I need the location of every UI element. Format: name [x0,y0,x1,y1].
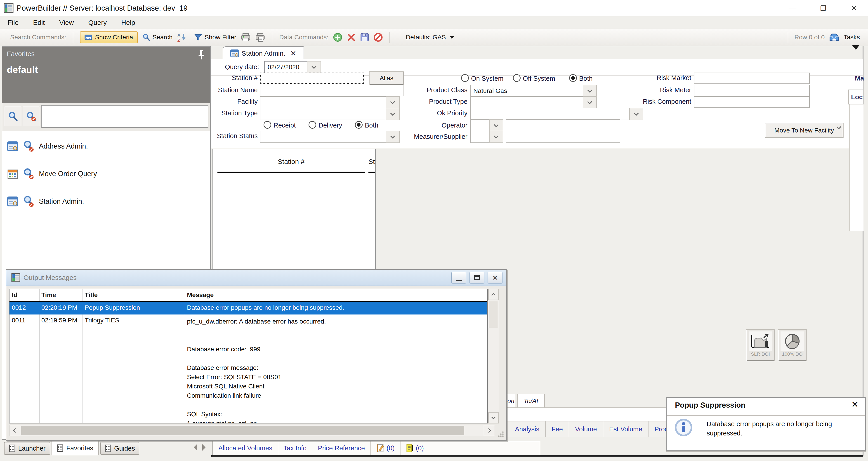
operator-input[interactable] [506,119,620,131]
scroll-right-arrow[interactable] [484,425,495,436]
sort-az-icon[interactable]: AZ [177,33,186,42]
close-button[interactable]: ✕ [844,2,864,14]
tab-analysis[interactable]: Analysis [509,422,546,437]
print-icon[interactable] [241,33,251,42]
tab-tax-info[interactable]: Tax Info [278,441,313,455]
delete-row-icon[interactable] [347,33,355,41]
facility-combo[interactable] [260,96,400,109]
tasks-icon[interactable] [829,33,839,42]
table-row-selected[interactable]: 0012 02:20:19 PM Popup Suppression Datab… [9,302,487,314]
risk-meter-input[interactable] [694,85,810,96]
query-date-combo[interactable]: 02/27/2020 [265,61,321,73]
ok-priority-combo[interactable] [470,108,643,120]
dialog-minimize-button[interactable] [452,272,466,283]
pct-do-button[interactable]: 100% DO [778,330,806,361]
favorites-item-station-admin[interactable]: Station Admin. [2,191,210,212]
col-header-id[interactable]: Id [9,289,39,302]
pin-icon[interactable] [197,50,205,60]
move-to-new-facility-button[interactable]: Move To New Facility [765,123,843,137]
measurer-input[interactable] [506,131,620,143]
tab-station-admin[interactable]: Station Admin. ✕ [223,47,304,60]
both-rd-radio[interactable] [355,121,363,129]
measurer-chevron[interactable] [489,131,503,143]
dialog-titlebar[interactable]: Output Messages ✕ [6,270,506,286]
print-preview-icon[interactable] [255,33,265,42]
menu-help[interactable]: Help [121,19,135,26]
menu-edit[interactable]: Edit [33,19,45,26]
favorites-search-input[interactable] [41,105,209,128]
sub-tab-cut[interactable]: on [506,394,515,408]
off-system-radio[interactable] [513,74,521,82]
tab-list-chevron[interactable] [852,45,860,51]
measurer-combo[interactable] [470,131,503,143]
tab-fee[interactable]: Fee [546,422,569,437]
dock-tab-favorites[interactable]: Favorites [52,441,98,455]
alias-button[interactable]: Alias [370,72,403,85]
dock-scroll-right-arrow[interactable] [201,443,207,451]
favorites-item-address-admin[interactable]: Address Admin. [2,136,210,157]
product-class-chevron[interactable] [583,85,597,97]
favorites-clear-search-button[interactable] [23,106,39,126]
col-header-time[interactable]: Time [39,289,83,302]
col-header-message[interactable]: Message [185,289,487,302]
grid-header-station-number[interactable]: Station # [217,158,365,173]
product-type-combo[interactable] [470,96,597,109]
operator-chevron[interactable] [489,119,503,131]
grid-header-station-name-cut[interactable]: St [368,158,375,173]
product-class-combo[interactable]: Natural Gas [470,85,597,97]
risk-market-input[interactable] [694,72,810,84]
dock-tab-launcher[interactable]: Launcher [4,442,50,455]
station-status-combo[interactable] [260,131,400,143]
dialog-restore-button[interactable] [469,272,485,283]
col-header-title[interactable]: Title [83,289,185,302]
search-button[interactable]: Search [142,33,173,41]
show-filter-button[interactable]: Show Filter [194,34,236,41]
map-link-cut[interactable]: Ma [855,74,864,82]
dialog-close-button[interactable]: ✕ [488,272,502,283]
save-icon[interactable] [360,33,369,42]
operator-combo[interactable] [470,119,503,131]
notification-close-icon[interactable]: ✕ [851,400,859,409]
scrollbar-thumb[interactable] [489,301,498,328]
maximize-button[interactable]: ❐ [814,2,833,14]
menu-view[interactable]: View [59,19,74,26]
scroll-left-arrow[interactable] [9,425,20,436]
tab-sticky-notes[interactable]: (0) [401,441,429,455]
tasks-label[interactable]: Tasks [844,34,860,41]
cancel-changes-icon[interactable] [374,33,383,42]
scroll-up-arrow[interactable] [488,289,499,300]
tab-est-volume[interactable]: Est Volume [603,422,649,437]
product-type-chevron[interactable] [583,96,597,109]
scroll-down-arrow[interactable] [488,412,499,424]
show-criteria-button[interactable]: Show Criteria [80,31,137,43]
insert-row-icon[interactable] [333,33,342,42]
minimize-button[interactable]: — [783,2,802,14]
tab-allocated-volumes[interactable]: Allocated Volumes [213,441,278,455]
both-onoff-radio[interactable] [569,74,577,82]
slr-doi-button[interactable]: SLR DOI [746,330,774,361]
station-name-input[interactable] [260,85,403,96]
risk-component-input[interactable] [694,96,810,107]
tab-close-icon[interactable]: ✕ [290,49,296,58]
dock-scroll-left-arrow[interactable] [193,443,198,451]
query-date-chevron[interactable] [307,61,321,73]
station-number-input[interactable] [260,72,364,84]
on-system-radio[interactable] [461,74,469,82]
delivery-radio[interactable] [309,121,316,129]
station-type-combo[interactable] [260,108,400,120]
combo-chevron-cut[interactable] [836,126,849,139]
tab-volume[interactable]: Volume [569,422,603,437]
tab-price-reference[interactable]: Price Reference [312,441,371,455]
menu-file[interactable]: File [8,19,19,26]
favorites-search-button[interactable] [4,106,21,126]
tab-notes[interactable]: (0) [371,441,400,455]
dock-tab-guides[interactable]: Guides [100,442,139,455]
defaults-dropdown[interactable]: Defaults: GAS [406,34,454,41]
receipt-radio[interactable] [264,121,271,129]
resize-grip[interactable] [498,431,504,439]
vertical-scrollbar[interactable] [488,289,499,424]
scrollbar-thumb[interactable] [21,426,464,435]
ok-priority-chevron[interactable] [629,108,643,120]
horizontal-scrollbar[interactable] [9,425,495,436]
tab-location-cut[interactable]: Loca [848,90,863,104]
